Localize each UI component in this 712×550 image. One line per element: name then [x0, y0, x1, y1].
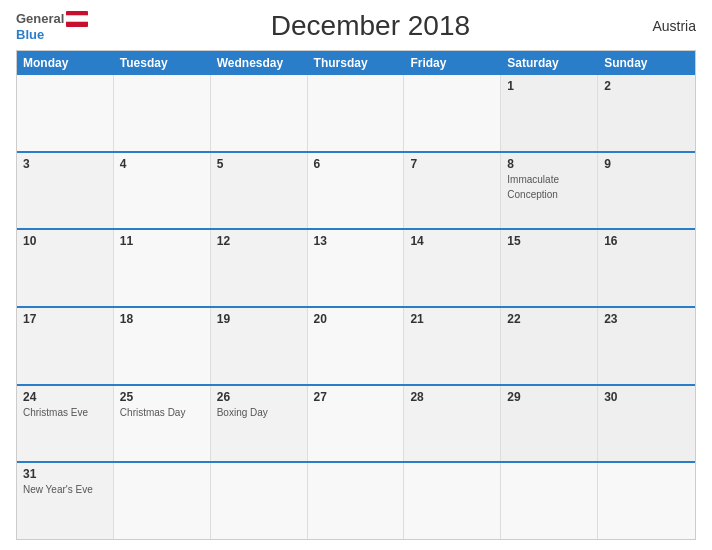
day-number: 13	[314, 234, 398, 248]
day-number: 10	[23, 234, 107, 248]
calendar-cell: 25Christmas Day	[114, 386, 211, 462]
logo: General Blue	[16, 11, 88, 42]
day-number: 31	[23, 467, 107, 481]
calendar-cell: 23	[598, 308, 695, 384]
calendar-cell: 31New Year's Eve	[17, 463, 114, 539]
calendar-cell: 20	[308, 308, 405, 384]
calendar-cell: 30	[598, 386, 695, 462]
calendar-cell	[308, 463, 405, 539]
calendar-cell: 16	[598, 230, 695, 306]
day-number: 8	[507, 157, 591, 171]
calendar-cell: 19	[211, 308, 308, 384]
calendar-page: General Blue December 2018 Austria Monda…	[0, 0, 712, 550]
day-number: 28	[410, 390, 494, 404]
day-number: 16	[604, 234, 689, 248]
day-number: 6	[314, 157, 398, 171]
page-header: General Blue December 2018 Austria	[16, 10, 696, 42]
calendar-cell: 27	[308, 386, 405, 462]
day-number: 5	[217, 157, 301, 171]
calendar-cell: 18	[114, 308, 211, 384]
day-event: Boxing Day	[217, 407, 268, 418]
day-number: 23	[604, 312, 689, 326]
calendar-cell: 22	[501, 308, 598, 384]
day-number: 2	[604, 79, 689, 93]
calendar-cell	[114, 75, 211, 151]
day-number: 14	[410, 234, 494, 248]
day-event: New Year's Eve	[23, 484, 93, 495]
calendar-cell	[404, 463, 501, 539]
header-sunday: Sunday	[598, 51, 695, 75]
logo-general: General	[16, 11, 64, 26]
calendar-week-4: 17181920212223	[17, 306, 695, 384]
calendar-cell: 29	[501, 386, 598, 462]
calendar-cell: 9	[598, 153, 695, 229]
day-number: 15	[507, 234, 591, 248]
calendar-cell	[404, 75, 501, 151]
day-number: 11	[120, 234, 204, 248]
day-number: 19	[217, 312, 301, 326]
day-number: 30	[604, 390, 689, 404]
calendar-cell: 15	[501, 230, 598, 306]
calendar-cell	[114, 463, 211, 539]
logo-blue: Blue	[16, 27, 44, 42]
day-event: Christmas Day	[120, 407, 186, 418]
calendar-cell	[501, 463, 598, 539]
day-number: 24	[23, 390, 107, 404]
header-friday: Friday	[404, 51, 501, 75]
calendar-cell: 4	[114, 153, 211, 229]
header-thursday: Thursday	[308, 51, 405, 75]
calendar-cell	[211, 463, 308, 539]
calendar-cell: 2	[598, 75, 695, 151]
calendar-cell: 24Christmas Eve	[17, 386, 114, 462]
day-number: 29	[507, 390, 591, 404]
day-number: 12	[217, 234, 301, 248]
calendar-cell: 26Boxing Day	[211, 386, 308, 462]
calendar-cell: 13	[308, 230, 405, 306]
header-monday: Monday	[17, 51, 114, 75]
calendar-cell	[17, 75, 114, 151]
day-number: 18	[120, 312, 204, 326]
day-number: 7	[410, 157, 494, 171]
header-saturday: Saturday	[501, 51, 598, 75]
calendar-cell: 28	[404, 386, 501, 462]
day-number: 1	[507, 79, 591, 93]
header-tuesday: Tuesday	[114, 51, 211, 75]
calendar-week-5: 24Christmas Eve25Christmas Day26Boxing D…	[17, 384, 695, 462]
calendar-cell: 21	[404, 308, 501, 384]
day-number: 17	[23, 312, 107, 326]
calendar-cell: 3	[17, 153, 114, 229]
calendar-cell: 5	[211, 153, 308, 229]
calendar-cell: 11	[114, 230, 211, 306]
month-title: December 2018	[271, 10, 470, 42]
day-number: 26	[217, 390, 301, 404]
day-number: 22	[507, 312, 591, 326]
calendar-cell: 10	[17, 230, 114, 306]
day-event: Immaculate Conception	[507, 174, 559, 200]
calendar-cell	[308, 75, 405, 151]
calendar-week-6: 31New Year's Eve	[17, 461, 695, 539]
calendar-cell: 12	[211, 230, 308, 306]
header-wednesday: Wednesday	[211, 51, 308, 75]
calendar-cell	[211, 75, 308, 151]
calendar-cell: 6	[308, 153, 405, 229]
day-number: 4	[120, 157, 204, 171]
day-number: 27	[314, 390, 398, 404]
country-label: Austria	[652, 18, 696, 34]
day-event: Christmas Eve	[23, 407, 88, 418]
calendar-cell: 1	[501, 75, 598, 151]
calendar-cell: 7	[404, 153, 501, 229]
day-number: 25	[120, 390, 204, 404]
calendar-body: 12345678Immaculate Conception91011121314…	[17, 75, 695, 539]
calendar-cell: 8Immaculate Conception	[501, 153, 598, 229]
calendar-cell: 14	[404, 230, 501, 306]
day-number: 9	[604, 157, 689, 171]
day-number: 21	[410, 312, 494, 326]
calendar-week-2: 345678Immaculate Conception9	[17, 151, 695, 229]
calendar-week-1: 12	[17, 75, 695, 151]
calendar-grid: Monday Tuesday Wednesday Thursday Friday…	[16, 50, 696, 540]
calendar-cell: 17	[17, 308, 114, 384]
logo-flag-icon	[66, 11, 88, 27]
calendar-cell	[598, 463, 695, 539]
day-number: 20	[314, 312, 398, 326]
calendar-week-3: 10111213141516	[17, 228, 695, 306]
